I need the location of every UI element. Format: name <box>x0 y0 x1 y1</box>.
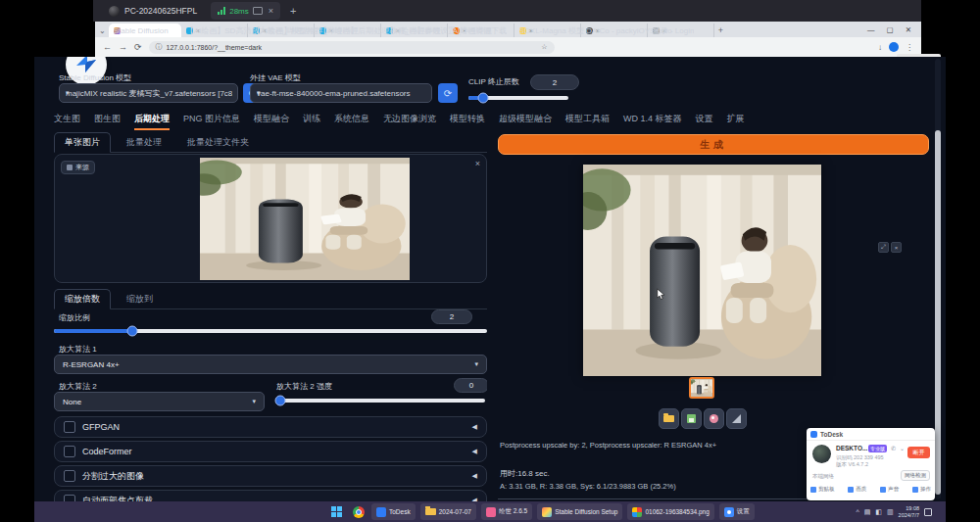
new-session-button[interactable]: + <box>290 5 296 17</box>
tab-super-merger[interactable]: 超级模型融合 <box>499 113 552 130</box>
accordion-auto-face-crop[interactable]: 自动面部焦点剪裁 ◀ <box>54 490 487 501</box>
open-folder-button[interactable] <box>659 408 679 429</box>
browser-tab[interactable]: 登录 - Login× <box>648 24 714 37</box>
scale-ratio-value[interactable]: 2 <box>431 309 472 324</box>
checkbox[interactable] <box>64 421 75 433</box>
subtab-scale-to[interactable]: 缩放到 <box>117 290 163 308</box>
browser-tab[interactable]: SDXL-Magna 模型× <box>514 24 581 37</box>
minimize-button[interactable]: — <box>867 25 875 34</box>
accordion-codeformer[interactable]: CodeFormer ◀ <box>54 441 487 462</box>
subtab-scale-by[interactable]: 缩放倍数 <box>54 289 111 309</box>
tray-expand-icon[interactable]: ^ <box>856 508 858 515</box>
checkbox[interactable] <box>64 470 75 482</box>
disconnect-button[interactable]: 断开 <box>907 447 930 458</box>
chevron-down-icon[interactable]: ⌄ <box>900 445 905 451</box>
tab-wd14-tagger[interactable]: WD 1.4 标签器 <box>623 113 682 130</box>
tab-img2img[interactable]: 图生图 <box>94 113 121 130</box>
sound-action[interactable]: 声音 <box>880 486 899 493</box>
upscaler1-dropdown[interactable]: R-ESRGAN 4x+ ▾ <box>54 355 487 374</box>
refresh-vae-button[interactable]: ⟳ <box>438 83 458 103</box>
tab-png-info[interactable]: PNG 图片信息 <box>183 113 240 130</box>
tab-model-converter[interactable]: 模型转换 <box>450 113 485 130</box>
upscaler2-strength-value[interactable]: 0 <box>454 378 487 393</box>
browser-tab[interactable]: 【AI绘画】SD高清放大教程_哔哩哔哩× <box>181 24 248 37</box>
scrollbar-thumb[interactable] <box>935 130 941 495</box>
checkbox[interactable] <box>64 495 75 501</box>
close-image-button[interactable]: × <box>891 242 902 253</box>
accordion-split-oversized[interactable]: 分割过大的图像 ◀ <box>54 465 487 487</box>
expand-image-button[interactable]: ⤢ <box>878 242 889 253</box>
upscaler2-dropdown[interactable]: None ▾ <box>54 392 265 411</box>
upscaler2-strength-slider[interactable] <box>276 399 485 403</box>
gallery-thumbnail[interactable] <box>689 377 714 399</box>
clear-image-icon[interactable]: × <box>475 159 480 168</box>
tab-txt2img[interactable]: 文生图 <box>54 113 80 130</box>
phone-icon[interactable]: ✆ <box>891 445 896 451</box>
clip-skip-value[interactable]: 2 <box>530 74 579 90</box>
sd-model-dropdown[interactable]: majicMIX realistic 麦橘写实_v7.safetensors [… <box>59 83 238 103</box>
accordion-gfpgan[interactable]: GFPGAN ◀ <box>54 416 487 438</box>
new-tab-button[interactable]: + <box>718 25 723 35</box>
session-tab[interactable]: PC-20240625HFPL <box>101 2 205 20</box>
browser-tab[interactable]: OAICo - packyiOYStudio× <box>581 24 648 37</box>
page-scrollbar[interactable] <box>935 59 941 499</box>
tab-extensions[interactable]: 扩展 <box>727 113 745 130</box>
volume-icon[interactable]: ▤ <box>864 508 871 516</box>
palette-button[interactable] <box>704 408 724 429</box>
notification-icon[interactable] <box>924 508 932 516</box>
vae-dropdown[interactable]: vae-ft-mse-840000-ema-pruned.safetensors… <box>250 83 432 103</box>
clipboard-action[interactable]: 剪贴板 <box>810 486 835 493</box>
generate-button[interactable]: 生成 <box>498 134 929 155</box>
network-check-button[interactable]: 网络检测 <box>901 470 930 481</box>
more-action[interactable]: 操作 <box>912 486 931 493</box>
collapse-arrow-icon[interactable]: ◀ <box>472 423 477 431</box>
battery-icon[interactable]: ▥ <box>887 508 894 516</box>
subtab-batch-folder[interactable]: 批量处理文件夹 <box>177 133 259 152</box>
tab-settings[interactable]: 设置 <box>696 113 713 130</box>
close-session-icon[interactable]: × <box>269 6 273 16</box>
slider-handle[interactable] <box>126 326 137 337</box>
bookmark-star-icon[interactable]: ☆ <box>541 43 547 51</box>
close-window-button[interactable]: ✕ <box>906 25 911 34</box>
chrome-taskbar-button[interactable] <box>350 503 367 520</box>
taskbar-sd-setup[interactable]: Stable Diffusion Setup <box>537 503 622 520</box>
taskbar-todesk[interactable]: ToDesk <box>371 503 416 520</box>
taskbar-settings[interactable]: 设置 <box>719 503 755 520</box>
network-icon[interactable]: ◧ <box>875 508 882 516</box>
download-icon[interactable]: ↓ <box>878 43 882 52</box>
tray-clock[interactable]: 19:08 2024/7/7 <box>899 505 919 518</box>
url-bar[interactable]: ⓘ 127.0.0.1:7860/?__theme=dark ☆ <box>149 41 555 54</box>
tab-model-toolkit[interactable]: 模型工具箱 <box>565 113 610 130</box>
tab-search-icon[interactable]: ⌄ <box>99 26 106 35</box>
maximize-button[interactable]: ▢ <box>887 25 894 34</box>
collapse-arrow-icon[interactable]: ◀ <box>472 472 477 480</box>
ruler-button[interactable] <box>726 408 747 429</box>
browser-tab[interactable]: 【AI绘画】模型推荐_哔哩哔哩× <box>248 24 315 37</box>
slider-handle[interactable] <box>478 93 489 104</box>
tab-checkpoint-merger[interactable]: 模型融合 <box>254 113 289 130</box>
tab-system-info[interactable]: 系统信息 <box>334 113 369 130</box>
subtab-batch-process[interactable]: 批量处理 <box>117 133 172 152</box>
forward-icon[interactable]: → <box>119 42 127 52</box>
tab-image-browser[interactable]: 无边图像浏览 <box>383 113 436 130</box>
taskbar-launcher[interactable]: 绘世 2.6.5 <box>481 503 532 520</box>
taskbar-image-file[interactable]: 01062-196384534.png <box>627 503 713 520</box>
browser-tab[interactable]: 【AI绘画】参数设置_哔哩哔哩× <box>381 24 448 37</box>
browser-tab[interactable]: 【AI绘画】后期处理教程_哔哩哔哩× <box>315 24 381 37</box>
reload-icon[interactable]: ⟳ <box>134 42 142 52</box>
tab-train[interactable]: 训练 <box>303 113 320 130</box>
result-image[interactable] <box>583 165 821 376</box>
tab-extras[interactable]: 后期处理 <box>134 113 170 130</box>
menu-icon[interactable]: ⋮ <box>906 43 913 52</box>
checkbox[interactable] <box>64 446 75 457</box>
quality-action[interactable]: 画质 <box>848 486 866 493</box>
profile-avatar[interactable] <box>889 42 899 52</box>
slider-handle[interactable] <box>275 396 286 406</box>
clip-skip-slider[interactable] <box>468 96 568 100</box>
taskbar-folder[interactable]: 2024-07-07 <box>420 503 476 520</box>
source-image-panel[interactable]: 来源 × <box>54 154 487 283</box>
back-icon[interactable]: ← <box>103 42 112 52</box>
todesk-popup-header[interactable]: ToDesk <box>807 428 935 441</box>
save-button[interactable] <box>681 408 702 429</box>
subtab-single-image[interactable]: 单张图片 <box>54 132 111 153</box>
